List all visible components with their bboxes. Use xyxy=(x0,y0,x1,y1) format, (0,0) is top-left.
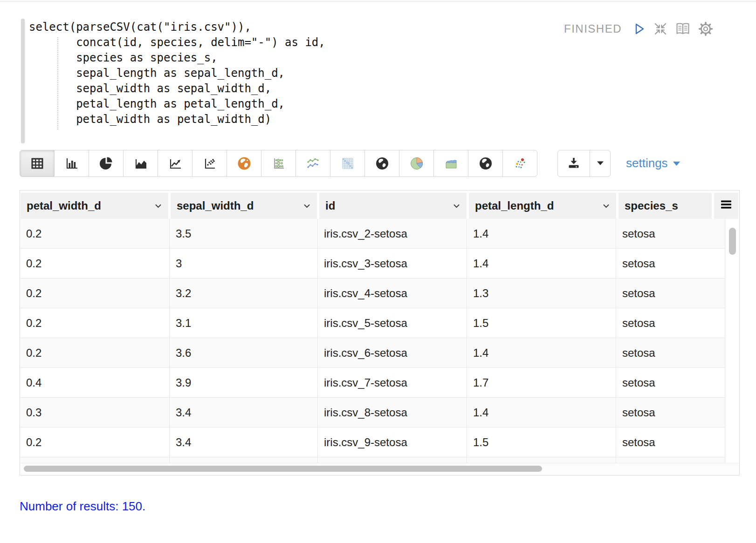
table-cell xyxy=(170,457,318,463)
column-header-species_s[interactable]: species_s xyxy=(619,193,712,219)
bubble-chart-button[interactable] xyxy=(261,150,296,177)
scatter-chart-button[interactable] xyxy=(192,150,227,177)
vertical-scrollbar-thumb[interactable] xyxy=(729,228,736,255)
matrix-chart-icon xyxy=(340,156,355,171)
download-options-button[interactable] xyxy=(590,150,611,177)
table-cell: 1.4 xyxy=(467,338,616,367)
table-cell: 0.2 xyxy=(20,428,170,457)
pie-chart-icon xyxy=(99,156,114,171)
area-color-chart-icon xyxy=(444,156,459,171)
table-cell: 1.7 xyxy=(467,368,616,397)
run-button[interactable] xyxy=(632,22,646,36)
table-cell: iris.csv_9-setosa xyxy=(318,428,467,457)
table-cell: setosa xyxy=(616,278,725,308)
table-row: 0.23iris.csv_3-setosa1.4setosa xyxy=(20,249,725,278)
table-cell: iris.csv_4-setosa xyxy=(318,278,467,308)
table-cell: 1.5 xyxy=(467,428,616,457)
area-chart-button[interactable] xyxy=(123,150,158,177)
chevron-down-icon xyxy=(150,202,163,210)
download-icon xyxy=(567,156,581,171)
area-color-chart-button[interactable] xyxy=(433,150,468,177)
code-text[interactable]: select(parseCSV(cat("iris.csv")), concat… xyxy=(29,20,325,127)
caret-down-icon xyxy=(672,156,681,170)
table-row: 0.23.6iris.csv_6-setosa1.4setosa xyxy=(20,338,725,368)
column-label: petal_length_d xyxy=(475,199,554,212)
column-header-petal_length_d[interactable]: petal_length_d xyxy=(469,193,616,219)
table-cell: iris.csv_3-setosa xyxy=(318,249,467,278)
pie-chart-button[interactable] xyxy=(89,150,124,177)
table-cell: iris.csv_2-setosa xyxy=(318,219,467,248)
table-cell: 0.2 xyxy=(20,249,170,278)
table-cell: 1.4 xyxy=(467,249,616,278)
scatter-chart-icon xyxy=(202,156,217,171)
table-cell: 0.2 xyxy=(20,278,170,308)
pie-color-chart-icon xyxy=(409,156,424,171)
settings-toggle[interactable]: settings xyxy=(626,156,681,170)
table-cell: iris.csv_6-setosa xyxy=(318,338,467,367)
table-row-partial xyxy=(20,457,725,463)
table-cell: 3.9 xyxy=(170,368,318,397)
chevron-down-icon xyxy=(299,202,311,210)
bar-chart-icon xyxy=(64,156,79,171)
chart-type-toolbar xyxy=(20,150,537,177)
table-cell: 3.2 xyxy=(170,278,318,308)
show-editor-button[interactable] xyxy=(675,22,691,36)
table-header-row: petal_width_dsepal_width_didpetal_length… xyxy=(20,190,739,219)
table-cell: 3.6 xyxy=(170,338,318,367)
column-label: petal_width_d xyxy=(27,199,101,212)
table-cell: 3.4 xyxy=(170,398,318,427)
chevron-down-icon xyxy=(448,202,461,210)
scatter-color-chart-button[interactable] xyxy=(502,150,537,177)
column-header-id[interactable]: id xyxy=(319,193,467,219)
table-cell: iris.csv_5-setosa xyxy=(318,308,467,338)
table-cell xyxy=(616,457,725,463)
globe-orange-icon xyxy=(237,156,252,171)
settings-label: settings xyxy=(626,156,668,170)
table-cell: setosa xyxy=(616,249,725,278)
table-cell: 3.5 xyxy=(170,219,318,248)
notebook-paragraph: select(parseCSV(cat("iris.csv")), concat… xyxy=(0,0,756,543)
table-icon xyxy=(30,156,45,171)
menu-icon xyxy=(719,197,733,214)
pie-color-chart-button[interactable] xyxy=(399,150,434,177)
table-cell: 0.3 xyxy=(20,398,170,427)
table-cell xyxy=(20,457,170,463)
globe-dark2-button[interactable] xyxy=(468,150,503,177)
table-cell xyxy=(318,457,467,463)
globe-orange-button[interactable] xyxy=(227,150,261,177)
download-button-group xyxy=(557,150,611,177)
multi-line-chart-button[interactable] xyxy=(296,150,330,177)
multi-line-chart-icon xyxy=(306,156,321,171)
table-row: 0.23.4iris.csv_9-setosa1.5setosa xyxy=(20,428,725,457)
column-header-petal_width_d[interactable]: petal_width_d xyxy=(21,193,168,219)
table-cell: 0.2 xyxy=(20,308,170,338)
table-cell: iris.csv_7-setosa xyxy=(318,368,467,397)
horizontal-scrollbar[interactable] xyxy=(20,463,739,475)
globe-dark-button[interactable] xyxy=(364,150,399,177)
table-cell: setosa xyxy=(616,398,725,427)
display-toolbar: settings xyxy=(20,150,681,177)
collapse-button[interactable] xyxy=(653,22,667,36)
table-menu-button[interactable] xyxy=(714,193,738,219)
matrix-chart-button[interactable] xyxy=(330,150,365,177)
scatter-color-chart-icon xyxy=(513,156,528,171)
table-row: 0.23.5iris.csv_2-setosa1.4setosa xyxy=(20,219,725,249)
table-cell: 3 xyxy=(170,249,318,278)
bubble-chart-icon xyxy=(271,156,286,171)
download-button[interactable] xyxy=(557,150,590,177)
column-header-sepal_width_d[interactable]: sepal_width_d xyxy=(171,193,317,219)
code-editor: select(parseCSV(cat("iris.csv")), concat… xyxy=(21,19,735,144)
table-cell: setosa xyxy=(616,338,725,367)
table-button[interactable] xyxy=(20,150,55,177)
table-cell: 1.5 xyxy=(467,308,616,338)
horizontal-scrollbar-thumb[interactable] xyxy=(24,466,542,472)
results-table: petal_width_dsepal_width_didpetal_length… xyxy=(20,190,740,475)
results-count: Number of results: 150. xyxy=(20,499,145,514)
paragraph-settings-button[interactable] xyxy=(698,21,713,36)
line-chart-button[interactable] xyxy=(158,150,192,177)
table-row: 0.23.1iris.csv_5-setosa1.5setosa xyxy=(20,308,725,338)
bar-chart-button[interactable] xyxy=(54,150,89,177)
table-cell: 1.4 xyxy=(467,398,616,427)
table-body: 0.23.5iris.csv_2-setosa1.4setosa0.23iris… xyxy=(20,219,725,463)
column-label: species_s xyxy=(625,199,678,212)
